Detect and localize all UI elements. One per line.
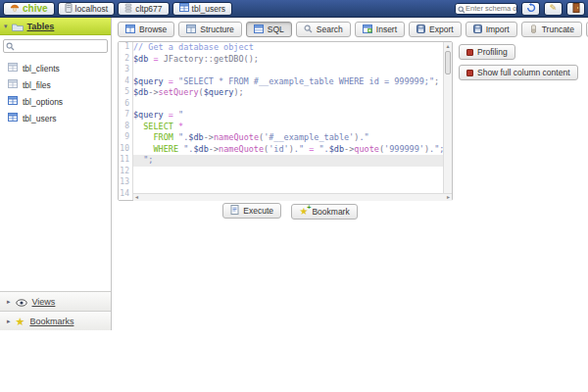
- breadcrumb-label: cltp677: [135, 4, 162, 14]
- code-line[interactable]: [133, 99, 443, 111]
- bookmark-button[interactable]: ★+ Bookmark: [291, 204, 357, 220]
- table-icon: [8, 96, 18, 107]
- code-token: '#__example_table': [264, 132, 354, 142]
- topbar-search-input[interactable]: [466, 4, 516, 13]
- line-number: 3: [119, 65, 132, 76]
- edit-button[interactable]: ✎: [544, 2, 563, 16]
- table-label: tbl_clients: [23, 64, 60, 74]
- line-number: 14: [119, 189, 132, 201]
- code-token: ".: [318, 144, 328, 154]
- show-full-column-content-button[interactable]: Show full column content: [459, 65, 578, 80]
- code-token: ->: [344, 144, 354, 154]
- breadcrumb-table[interactable]: tbl_users: [172, 2, 233, 16]
- code-line[interactable]: WHERE ".$db->nameQuote('id')." = ".$db->…: [133, 144, 443, 156]
- toolbar-export-button[interactable]: Export: [409, 22, 462, 37]
- toolbar-insert-button[interactable]: Insert: [355, 22, 405, 37]
- logout-door-icon: [572, 1, 580, 16]
- logout-button[interactable]: [566, 2, 585, 16]
- code-line[interactable]: [133, 65, 443, 76]
- line-number: 10: [119, 144, 132, 156]
- magnifier-icon: [458, 0, 466, 18]
- refresh-button[interactable]: [521, 2, 540, 16]
- sidebar-search: [0, 35, 111, 55]
- editor-horizontal-scrollbar[interactable]: ◂ ▸: [133, 193, 452, 201]
- button-label: Truncate: [542, 24, 574, 34]
- brand-label: chive: [23, 3, 48, 14]
- line-number: 11: [119, 155, 132, 167]
- topbar-search-box: [455, 3, 517, 15]
- magnifier-icon: [304, 24, 313, 35]
- refresh-icon: [526, 1, 536, 16]
- code-line[interactable]: SELECT *: [133, 122, 443, 133]
- toolbar-sql-button[interactable]: SQL: [246, 22, 292, 37]
- code-line[interactable]: $query = ": [133, 110, 443, 122]
- scrollbar-thumb[interactable]: [445, 51, 451, 74]
- toolbar-structure-button[interactable]: Structure: [178, 22, 242, 37]
- code-token: [133, 132, 153, 142]
- code-token: ;: [434, 76, 439, 86]
- line-number: 13: [119, 177, 132, 189]
- execute-button[interactable]: Execute: [222, 203, 281, 219]
- eye-icon: [16, 293, 27, 311]
- code-token: ": [178, 110, 183, 120]
- code-token: setQuery: [159, 87, 199, 97]
- button-label: Import: [486, 24, 510, 34]
- code-line[interactable]: $db = JFactory::getDBO();: [133, 54, 443, 66]
- sidebar-section-bookmarks[interactable]: ▸ ★ Bookmarks: [0, 311, 111, 330]
- chive-home-button[interactable]: chive: [3, 2, 55, 16]
- code-token: "SELECT * FROM #__example_table WHERE id…: [178, 76, 434, 86]
- button-label: Show full column content: [477, 68, 570, 77]
- code-line[interactable]: $db->setQuery($query);: [133, 87, 443, 99]
- table-structure-icon: [186, 24, 196, 35]
- breadcrumb-schema[interactable]: cltp677: [118, 2, 169, 16]
- code-token: );: [233, 87, 243, 97]
- sidebar-item-tbl_users[interactable]: tbl_users: [0, 110, 111, 126]
- table-add-icon: [363, 24, 372, 35]
- code-line[interactable]: // Get a database object: [133, 42, 443, 54]
- mushroom-logo-icon: [10, 3, 20, 15]
- profiling-button[interactable]: Profiling: [459, 44, 515, 60]
- code-token: .";: [429, 144, 443, 154]
- scroll-left-arrow-icon: ◂: [135, 194, 138, 201]
- button-label: Export: [429, 24, 454, 34]
- red-toggle-icon: [466, 49, 473, 56]
- toolbar-truncate-button[interactable]: Truncate: [521, 22, 582, 37]
- code-token: ->: [209, 144, 219, 154]
- code-line[interactable]: [133, 167, 443, 178]
- expand-arrow-icon: ▸: [7, 318, 11, 324]
- sidebar-bottom-sections: ▸ Views ▸ ★ Bookmarks: [0, 291, 111, 330]
- code-token: $db: [133, 87, 148, 97]
- editor-vertical-scrollbar[interactable]: ▴: [443, 42, 452, 200]
- sql-editor[interactable]: 1234567891011121314 // Get a database ob…: [118, 41, 453, 201]
- sidebar-item-tbl_clients[interactable]: tbl_clients: [0, 60, 111, 76]
- sidebar-section-tables[interactable]: ▾ Tables: [0, 18, 111, 35]
- toolbar-search-button[interactable]: Search: [296, 22, 351, 37]
- table-label: tbl_users: [23, 114, 57, 123]
- code-token: nameQuote: [214, 132, 259, 142]
- toolbar-import-button[interactable]: Import: [466, 22, 517, 37]
- expand-arrow-icon: ▸: [7, 298, 11, 305]
- code-line[interactable]: $query = "SELECT * FROM #__example_table…: [133, 76, 443, 88]
- code-line[interactable]: [133, 177, 443, 189]
- code-token: ".: [173, 132, 188, 142]
- code-token: FROM: [153, 132, 172, 142]
- code-token: [133, 122, 143, 131]
- table-sql-icon: [254, 24, 264, 35]
- button-label: Browse: [139, 24, 167, 34]
- breadcrumb-localhost[interactable]: localhost: [58, 2, 116, 16]
- sidebar-item-tbl_options[interactable]: tbl_options: [0, 93, 111, 110]
- scroll-up-arrow-icon: ▴: [444, 42, 452, 50]
- table-filter-input[interactable]: [17, 42, 105, 51]
- code-line[interactable]: ";: [133, 155, 443, 167]
- code-token: [133, 144, 153, 154]
- code-line[interactable]: FROM ".$db->nameQuote('#__example_table'…: [133, 132, 443, 144]
- breadcrumb-label: localhost: [75, 4, 109, 14]
- code-token: $db: [188, 132, 203, 142]
- topbar: chive localhost cltp677 tbl_users ✎: [0, 0, 588, 18]
- sidebar-section-views[interactable]: ▸ Views: [0, 291, 111, 311]
- code-token: quote: [354, 144, 379, 154]
- toolbar-browse-button[interactable]: Browse: [118, 22, 174, 37]
- button-label: Insert: [376, 24, 397, 34]
- code-area[interactable]: // Get a database object$db = JFactory::…: [133, 42, 443, 200]
- sidebar-item-tbl_files[interactable]: tbl_files: [0, 76, 111, 93]
